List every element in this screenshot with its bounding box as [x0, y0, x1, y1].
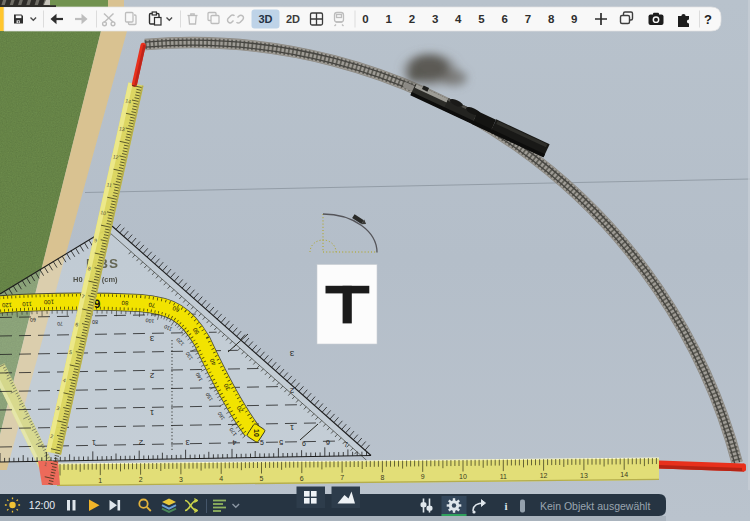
svg-text:6: 6 [501, 13, 507, 25]
svg-text:4: 4 [219, 475, 223, 482]
svg-text:9: 9 [571, 13, 577, 25]
svg-text:1: 1 [289, 423, 294, 432]
svg-text:0: 0 [362, 13, 368, 25]
svg-text:70: 70 [57, 321, 63, 327]
svg-text:12: 12 [540, 472, 548, 479]
svg-text:5: 5 [279, 438, 283, 447]
svg-text:6: 6 [302, 440, 306, 447]
svg-text:100: 100 [145, 317, 155, 324]
svg-text:60: 60 [30, 317, 36, 323]
svg-text:1: 1 [92, 438, 96, 447]
svg-text:7: 7 [340, 474, 344, 481]
svg-text:12:00: 12:00 [29, 499, 55, 511]
svg-text:2: 2 [289, 386, 294, 395]
svg-text:?: ? [704, 12, 712, 27]
svg-text:2: 2 [149, 371, 154, 380]
svg-text:2: 2 [409, 13, 415, 25]
svg-text:5: 5 [478, 13, 485, 25]
svg-text:100: 100 [43, 299, 54, 305]
svg-text:14: 14 [620, 471, 628, 478]
svg-text:3: 3 [289, 349, 294, 358]
svg-text:8: 8 [380, 474, 384, 481]
svg-text:3: 3 [149, 334, 154, 343]
svg-text:3: 3 [179, 476, 183, 483]
svg-text:6: 6 [300, 475, 304, 482]
svg-text:2: 2 [139, 438, 143, 447]
svg-text:i: i [504, 500, 507, 512]
svg-text:7: 7 [344, 441, 348, 448]
svg-text:120: 120 [1, 302, 12, 309]
svg-text:2D: 2D [286, 13, 300, 25]
svg-text:8: 8 [548, 13, 555, 25]
svg-text:1: 1 [149, 408, 154, 417]
svg-text:9: 9 [421, 473, 425, 480]
svg-text:4: 4 [455, 13, 462, 25]
svg-text:5: 5 [260, 439, 264, 446]
svg-text:4: 4 [232, 438, 236, 447]
svg-text:80: 80 [121, 300, 129, 306]
svg-text:1: 1 [385, 13, 392, 25]
svg-text:3D: 3D [258, 13, 272, 25]
svg-text:80: 80 [92, 319, 98, 325]
svg-text:2: 2 [139, 476, 143, 483]
svg-text:3: 3 [432, 13, 438, 25]
svg-text:10: 10 [253, 429, 260, 437]
svg-text:3: 3 [186, 438, 190, 447]
svg-text:1: 1 [98, 477, 102, 484]
svg-text:11: 11 [500, 473, 507, 480]
svg-text:6: 6 [326, 438, 330, 447]
svg-text:10: 10 [459, 473, 467, 480]
svg-text:13: 13 [580, 472, 588, 479]
svg-text:110: 110 [21, 301, 32, 308]
svg-text:5: 5 [260, 475, 264, 482]
svg-text:7: 7 [525, 13, 531, 25]
svg-text:Kein Objekt ausgewählt: Kein Objekt ausgewählt [540, 500, 650, 512]
